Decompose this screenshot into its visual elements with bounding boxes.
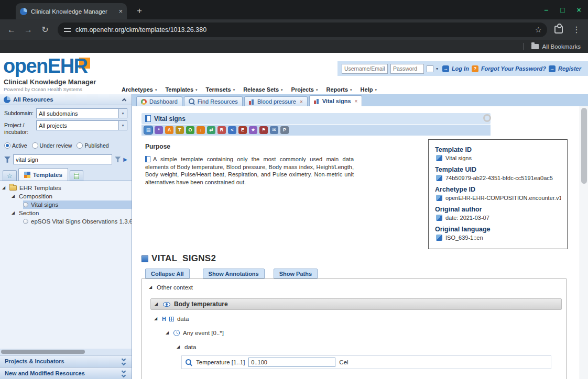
- radio-published[interactable]: Published: [77, 142, 108, 149]
- all-bookmarks-button[interactable]: All Bookmarks: [542, 43, 581, 50]
- tree-row-composition[interactable]: ◢ Composition: [2, 192, 132, 200]
- tab-vital-signs[interactable]: Vital signs ×: [309, 95, 363, 106]
- adl-icon[interactable]: A: [165, 126, 173, 134]
- menu-archetypes[interactable]: Archetypes▾: [122, 86, 157, 93]
- tab-close-icon[interactable]: ×: [118, 8, 123, 15]
- filter-edit-icon[interactable]: [115, 157, 121, 162]
- select-caret-icon[interactable]: ▾: [118, 109, 127, 118]
- expander-icon[interactable]: ◢: [12, 194, 16, 198]
- log-in-link[interactable]: Log In: [452, 65, 469, 72]
- forgot-password-link[interactable]: Forgot Your Password?: [481, 65, 546, 72]
- menu-templates[interactable]: Templates▾: [165, 86, 197, 93]
- menu-release-sets[interactable]: Release Sets▾: [243, 86, 282, 93]
- caret-down-icon: ▾: [316, 87, 318, 92]
- flag-icon[interactable]: ⚑: [259, 126, 268, 134]
- search-go-icon[interactable]: ▶: [123, 157, 127, 162]
- remember-me-checkbox[interactable]: [427, 65, 433, 72]
- back-button[interactable]: ←: [4, 23, 19, 37]
- register-link[interactable]: Register: [558, 65, 581, 72]
- scrollbar-thumb[interactable]: [1, 350, 85, 354]
- project-select[interactable]: All projects ▾: [36, 120, 127, 130]
- expander-icon[interactable]: ◢: [155, 302, 159, 306]
- collapse-all-button[interactable]: Collapse All: [145, 269, 190, 278]
- temperature-range-input[interactable]: [248, 358, 335, 367]
- tree-row-section[interactable]: ◢ Section: [2, 209, 132, 217]
- tree-row-temperature[interactable]: Temperature [1..1] Cel: [181, 355, 551, 369]
- close-tab-icon[interactable]: ×: [300, 99, 303, 105]
- tree-row-any-event[interactable]: ◢ Any event [0..*]: [166, 329, 566, 337]
- tab-dashboard[interactable]: Dashboard: [136, 96, 182, 106]
- opt-icon[interactable]: O: [186, 126, 194, 134]
- close-tab-icon[interactable]: ×: [355, 98, 358, 104]
- mindmap-icon[interactable]: *: [155, 126, 163, 134]
- menu-termsets[interactable]: Termsets▾: [206, 86, 235, 93]
- maximize-button[interactable]: □: [558, 6, 568, 14]
- menu-help[interactable]: Help▾: [361, 86, 377, 93]
- extensions-icon[interactable]: [554, 26, 563, 34]
- favorites-tab[interactable]: ☆: [3, 170, 17, 181]
- tree-row-epsos[interactable]: epSOS Vital Signs Observations 1.3.6.1: [2, 217, 132, 226]
- download-icon[interactable]: ↓: [197, 126, 205, 134]
- radio-under-review[interactable]: Under review: [32, 142, 72, 149]
- radio-button-icon[interactable]: [32, 142, 38, 149]
- email-icon[interactable]: ✉: [270, 126, 278, 134]
- bookmark-star-icon[interactable]: ☆: [535, 25, 542, 35]
- browser-menu-icon[interactable]: ⋮: [569, 25, 584, 35]
- oet-icon[interactable]: T: [176, 126, 184, 134]
- browser-tab[interactable]: Clinical Knowledge Manager ×: [16, 3, 127, 19]
- address-bar[interactable]: ckm.openehr.org/ckm/templates/1013.26.38…: [58, 23, 547, 37]
- site-settings-icon[interactable]: [64, 26, 71, 33]
- radio-active[interactable]: Active: [4, 142, 27, 149]
- radio-button-icon[interactable]: [4, 142, 10, 149]
- expander-icon[interactable]: ◢: [2, 186, 7, 190]
- tab-find-resources[interactable]: Find Resources: [184, 96, 243, 106]
- window-controls: – □ ×: [541, 0, 584, 19]
- folder-icon: [9, 185, 17, 191]
- forward-button[interactable]: →: [21, 23, 36, 37]
- lists-tab[interactable]: [70, 170, 83, 181]
- tree-row-data[interactable]: ◢ H data: [154, 315, 566, 323]
- expander-icon[interactable]: ◢: [177, 345, 181, 349]
- tree-row-vital-signs[interactable]: Vital signs: [23, 200, 132, 209]
- expander-icon[interactable]: ◢: [166, 331, 170, 335]
- new-modified-resources-bar[interactable]: New and Modified Resources: [0, 367, 132, 379]
- templates-tab[interactable]: Templates: [18, 168, 68, 181]
- export-icon[interactable]: E: [238, 126, 247, 134]
- tree-row-body-temperature[interactable]: ◢ Body temperature: [150, 298, 562, 310]
- password-field[interactable]: [390, 64, 424, 74]
- tree-row-data-inner[interactable]: ◢ data: [177, 343, 566, 351]
- all-resources-header: All Resources: [0, 94, 132, 105]
- expander-icon[interactable]: ◢: [154, 317, 159, 321]
- projects-incubators-bar[interactable]: Projects & Incubators: [0, 355, 132, 367]
- tab-blood-pressure[interactable]: Blood pressure ×: [244, 96, 308, 106]
- compare-icon[interactable]: ⇄: [207, 126, 215, 134]
- print-icon[interactable]: P: [280, 126, 289, 134]
- menu-reports[interactable]: Reports▾: [326, 86, 352, 93]
- menu-projects[interactable]: Projects▾: [291, 86, 318, 93]
- view-details-icon[interactable]: ▤: [144, 126, 153, 134]
- subdomain-select[interactable]: All subdomains ▾: [36, 108, 127, 118]
- reload-button[interactable]: ↻: [38, 23, 52, 37]
- radio-button-icon[interactable]: [77, 142, 83, 149]
- username-field[interactable]: [342, 64, 388, 74]
- metadata-label: Original language: [435, 226, 561, 233]
- show-annotations-button[interactable]: Show Annotations: [203, 269, 265, 278]
- collapse-panel-icon[interactable]: [122, 98, 126, 102]
- expander-icon[interactable]: ◢: [12, 211, 16, 215]
- select-caret-icon[interactable]: ▾: [118, 121, 127, 130]
- temperature-unit: Cel: [339, 359, 348, 365]
- tree-row-ehr-templates[interactable]: ◢ EHR Templates: [2, 184, 132, 192]
- expander-icon[interactable]: ◢: [149, 285, 154, 289]
- tree-row-other-context[interactable]: ◢ Other context: [142, 283, 566, 292]
- login-options-caret-icon[interactable]: ▾: [436, 66, 438, 71]
- search-input[interactable]: [13, 154, 112, 164]
- report-icon[interactable]: R: [217, 126, 226, 134]
- watch-icon[interactable]: ★: [249, 126, 257, 134]
- metadata-label: Template ID: [435, 146, 561, 153]
- window-close-button[interactable]: ×: [574, 6, 584, 14]
- new-tab-button[interactable]: +: [133, 5, 146, 17]
- scrollbar-thumb[interactable]: [581, 108, 587, 184]
- show-paths-button[interactable]: Show Paths: [274, 269, 318, 278]
- share-icon[interactable]: <: [228, 126, 236, 134]
- minimize-button[interactable]: –: [541, 6, 551, 14]
